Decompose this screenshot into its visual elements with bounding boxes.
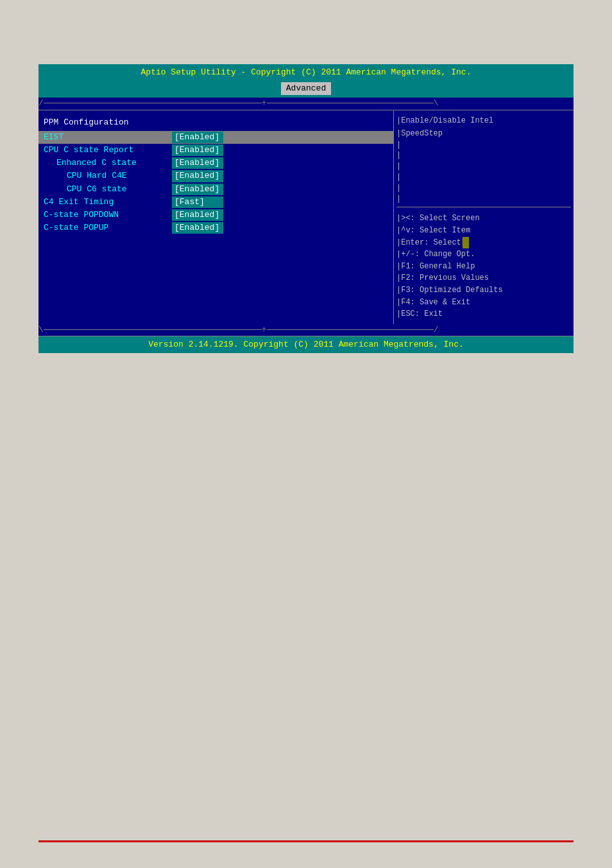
row-cpu-c6-state-label: CPU C6 state	[44, 184, 172, 195]
bios-footer: Version 2.14.1219. Copyright (C) 2011 Am…	[38, 336, 574, 353]
row-cstate-popup[interactable]: C-state POPUP [Enabled]	[38, 221, 393, 234]
nav-section: |><: Select Screen |^v: Select Item |Ent…	[396, 213, 571, 320]
row-cstate-popdown-value: [Enabled]	[172, 209, 223, 221]
tab-advanced[interactable]: Advanced	[281, 82, 331, 95]
help-line-2: |SpeedStep	[396, 127, 571, 140]
row-c4-exit-timing-label: C4 Exit Timing	[44, 196, 172, 208]
row-eist[interactable]: EIST [Enabled]	[38, 131, 393, 144]
right-panel: |Enable/Disable Intel |SpeedStep | | | |…	[394, 110, 574, 324]
nav-select-screen: |><: Select Screen	[396, 213, 571, 225]
header-title: Aptio Setup Utility - Copyright (C) 2011…	[141, 67, 472, 77]
row-cpu-hard-c4e[interactable]: CPU Hard C4E [Enabled]	[38, 169, 393, 182]
footer-version: Version 2.14.1219. Copyright (C) 2011 Am…	[148, 340, 463, 349]
nav-f3: |F3: Optimized Defaults	[396, 284, 571, 297]
row-cstate-popup-label: C-state POPUP	[44, 222, 172, 234]
section-title: PPM Configuration	[38, 116, 393, 131]
bottom-red-line	[38, 840, 574, 842]
left-spacer	[38, 234, 393, 318]
nav-change-opt: |+/-: Change Opt.	[396, 248, 571, 261]
bios-window: Aptio Setup Utility - Copyright (C) 2011…	[38, 64, 574, 353]
top-border-row: /+\	[38, 98, 574, 109]
row-cstate-popdown[interactable]: C-state POPDOWN [Enabled]	[38, 209, 393, 221]
nav-select-item: |^v: Select Item	[396, 225, 571, 237]
bottom-border-row: \+/	[38, 324, 574, 336]
row-cpu-c-state-label: CPU C state Report	[44, 144, 172, 156]
help-filler: | | | | | |	[396, 140, 571, 205]
row-cpu-c-state[interactable]: CPU C state Report [Enabled]	[38, 144, 393, 157]
row-c4-exit-timing[interactable]: C4 Exit Timing [Fast]	[38, 196, 393, 209]
help-separator	[396, 207, 571, 207]
help-section: |Enable/Disable Intel |SpeedStep	[396, 114, 571, 140]
bios-body: PPM Configuration EIST [Enabled] CPU C s…	[38, 110, 574, 324]
row-eist-label: EIST	[44, 132, 172, 143]
left-panel: PPM Configuration EIST [Enabled] CPU C s…	[38, 110, 394, 324]
row-cpu-c6-state-value: [Enabled]	[172, 184, 223, 195]
bios-header: Aptio Setup Utility - Copyright (C) 2011…	[38, 64, 574, 81]
nav-f4: |F4: Save & Exit	[396, 297, 571, 309]
row-enhanced-c-state-value: [Enabled]	[172, 157, 223, 169]
cursor: █	[463, 237, 469, 249]
row-cpu-c-state-value: [Enabled]	[172, 144, 223, 156]
row-cstate-popdown-label: C-state POPDOWN	[44, 209, 172, 221]
row-enhanced-c-state[interactable]: Enhanced C state [Enabled]	[38, 157, 393, 169]
row-eist-value: [Enabled]	[172, 132, 223, 143]
row-cpu-hard-c4e-label: CPU Hard C4E	[44, 170, 172, 182]
nav-f1: |F1: General Help	[396, 261, 571, 273]
row-c4-exit-timing-value: [Fast]	[172, 196, 223, 208]
row-cpu-hard-c4e-value: [Enabled]	[172, 170, 223, 182]
nav-f2: |F2: Previous Values	[396, 272, 571, 284]
row-cstate-popup-value: [Enabled]	[172, 222, 223, 234]
row-enhanced-c-state-label: Enhanced C state	[44, 157, 172, 169]
nav-enter: |Enter: Select █	[396, 237, 571, 249]
tab-row: Advanced	[38, 81, 574, 98]
row-cpu-c6-state[interactable]: CPU C6 state [Enabled]	[38, 183, 393, 196]
help-line-1: |Enable/Disable Intel	[396, 114, 571, 127]
nav-esc: |ESC: Exit	[396, 308, 571, 320]
